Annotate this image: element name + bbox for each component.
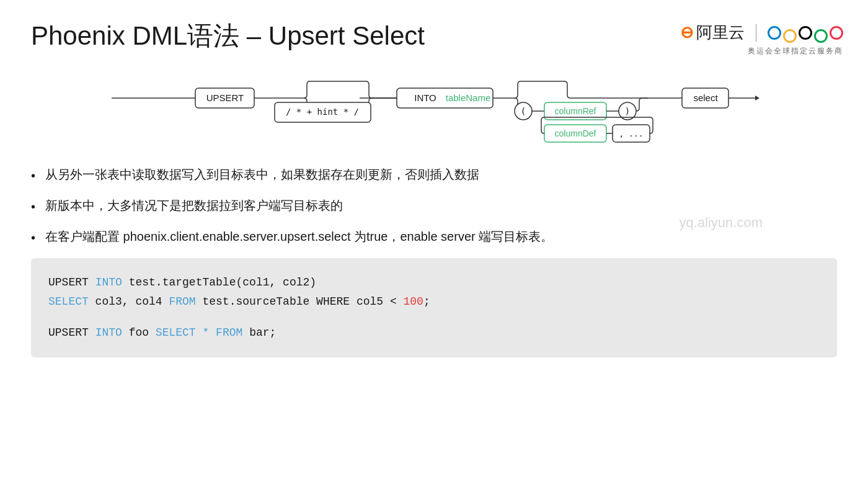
diagram-svg: UPSERT / * + hint * / INTO tableName (31, 72, 837, 153)
bullet-dot-2: • (31, 197, 35, 216)
code-space-3 (209, 326, 216, 339)
bullet-text-3: 在客户端配置 phoenix.client.enable.server.upse… (45, 227, 553, 246)
aliyun-brand-text: 阿里云 (696, 22, 745, 43)
code-from-2: FROM (216, 326, 242, 339)
svg-text:columnDef: columnDef (555, 128, 596, 138)
ring-red (830, 26, 843, 40)
code-source: test.sourceTable WHERE col5 < (196, 295, 404, 308)
code-line-1: UPSERT INTO test.targetTable(col1, col2) (48, 273, 820, 292)
code-star: * (202, 326, 209, 339)
svg-text:): ) (625, 106, 630, 116)
code-semi-1: ; (423, 295, 430, 308)
code-select-1: SELECT (48, 295, 89, 308)
code-select-2: SELECT (156, 326, 196, 339)
ring-yellow (783, 29, 797, 43)
code-foo: foo (122, 326, 156, 339)
svg-text:tableName: tableName (446, 92, 491, 103)
bullet-text-1: 从另外一张表中读取数据写入到目标表中，如果数据存在则更新，否则插入数据 (45, 165, 479, 184)
logo-subtitle: 奥运会全球指定云服务商 (748, 46, 843, 56)
code-number: 100 (404, 295, 423, 308)
code-into-2: INTO (95, 326, 122, 339)
logo-main: ⊖ 阿里云 (680, 22, 843, 43)
page-title: Phoenix DML语法 – Upsert Select (31, 19, 425, 53)
code-space-2 (196, 326, 203, 339)
syntax-diagram: UPSERT / * + hint * / INTO tableName (31, 72, 837, 153)
logo-divider (756, 24, 756, 42)
bullet-text-2: 新版本中，大多情况下是把数据拉到客户端写目标表的 (45, 196, 343, 215)
svg-text:INTO: INTO (414, 92, 436, 103)
code-table-1: test.targetTable(col1, col2) (122, 276, 316, 289)
ring-black (799, 26, 812, 40)
svg-text:UPSERT: UPSERT (206, 92, 244, 103)
svg-text:(: ( (521, 106, 526, 116)
code-line-3: UPSERT INTO foo SELECT * FROM bar; (48, 323, 820, 343)
bullet-list: • 从另外一张表中读取数据写入到目标表中，如果数据存在则更新，否则插入数据 • … (31, 165, 837, 247)
svg-text:/ * + hint * /: / * + hint * / (286, 107, 359, 117)
code-cols: col3, col4 (89, 295, 169, 308)
code-from-1: FROM (169, 295, 195, 308)
ring-green (814, 29, 828, 43)
aliyun-icon: ⊖ (680, 23, 694, 42)
header: Phoenix DML语法 – Upsert Select ⊖ 阿里云 奥运会全… (0, 0, 868, 56)
bullet-item-1: • 从另外一张表中读取数据写入到目标表中，如果数据存在则更新，否则插入数据 (31, 165, 837, 185)
code-block: UPSERT INTO test.targetTable(col1, col2)… (31, 258, 837, 357)
bullet-item-2: • 新版本中，大多情况下是把数据拉到客户端写目标表的 (31, 196, 837, 216)
bullet-dot-3: • (31, 228, 35, 247)
olympics-rings (768, 23, 843, 43)
bullet-item-3: • 在客户端配置 phoenix.client.enable.server.up… (31, 227, 837, 247)
svg-text:select: select (693, 92, 718, 103)
aliyun-logo: ⊖ 阿里云 (680, 22, 745, 43)
svg-marker-30 (755, 96, 760, 101)
svg-text:columnRef: columnRef (555, 106, 596, 116)
code-upsert-2: UPSERT (48, 326, 95, 339)
code-upsert-1: UPSERT (48, 276, 95, 289)
bullet-dot-1: • (31, 166, 35, 185)
code-bar: bar; (242, 326, 276, 339)
ring-blue (768, 26, 781, 40)
code-line-2: SELECT col3, col4 FROM test.sourceTable … (48, 292, 820, 312)
code-spacer (48, 311, 820, 323)
logo-area: ⊖ 阿里云 奥运会全球指定云服务商 (680, 19, 843, 56)
svg-text:, ...: , ... (619, 129, 643, 138)
code-into-1: INTO (95, 276, 122, 289)
